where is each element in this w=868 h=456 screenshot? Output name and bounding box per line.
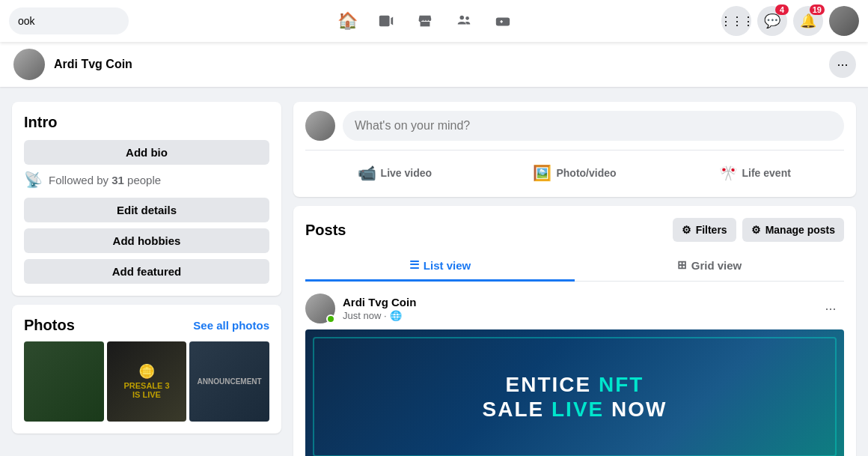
search-input[interactable] <box>9 7 129 34</box>
nft-banner: ENTICE NFT SALE LIVE NOW <box>305 329 844 456</box>
left-sidebar: Intro Add bio 📡 Followed by 31 people Ed… <box>12 102 281 456</box>
photo-video-label: Photo/video <box>556 167 616 179</box>
post-timestamp: Just now · <box>343 310 387 321</box>
post-avatar-wrap <box>305 294 335 323</box>
follow-info: 📡 Followed by 31 people <box>24 171 269 189</box>
posts-header: Posts ⚙ Filters ⚙ Manage posts <box>305 218 844 242</box>
life-event-icon: 🎌 <box>719 164 738 182</box>
groups-nav-button[interactable] <box>446 3 482 39</box>
list-view-tab[interactable]: ☰ List view <box>305 251 575 282</box>
grid-view-icon: ⊞ <box>677 258 687 272</box>
svg-point-6 <box>504 22 505 24</box>
grid-view-tab[interactable]: ⊞ Grid view <box>575 251 844 282</box>
profile-bar-avatar <box>12 47 46 82</box>
photos-title: Photos <box>24 317 75 334</box>
messenger-button[interactable]: 💬 4 <box>757 6 787 36</box>
profile-more-button[interactable]: ··· <box>829 51 856 78</box>
nft-line2-text: SALE LIVE NOW <box>483 398 667 422</box>
profile-bar: Ardi Tvg Coin ··· <box>0 42 868 87</box>
add-bio-button[interactable]: Add bio <box>24 140 269 165</box>
live-video-icon: 📹 <box>358 164 376 182</box>
posts-title: Posts <box>305 222 346 239</box>
life-event-label: Life event <box>742 167 791 179</box>
photos-card: Photos See all photos 🪙 PRESALE 3IS LIVE… <box>12 305 281 434</box>
online-indicator <box>326 314 335 323</box>
composer-input[interactable] <box>343 111 844 141</box>
add-featured-button[interactable]: Add featured <box>24 259 269 284</box>
gaming-nav-button[interactable] <box>485 3 521 39</box>
svg-point-3 <box>465 16 469 20</box>
list-view-label: List view <box>424 259 471 272</box>
composer-actions: 📹 Live video 🖼️ Photo/video 🎌 Life event <box>305 150 844 188</box>
post-meta: Just now · 🌐 <box>343 310 416 321</box>
feed-area: 📹 Live video 🖼️ Photo/video 🎌 Life event… <box>293 102 856 456</box>
messenger-badge: 4 <box>775 4 789 15</box>
composer-avatar <box>305 111 335 141</box>
main-content: Intro Add bio 📡 Followed by 31 people Ed… <box>0 87 868 456</box>
nft-live-highlight: LIVE <box>551 398 604 421</box>
nav-right-icons: ⋮⋮⋮ 💬 4 🔔 19 <box>721 6 859 36</box>
profile-avatar-nav[interactable] <box>829 6 859 36</box>
view-tabs: ☰ List view ⊞ Grid view <box>305 251 844 282</box>
svg-point-5 <box>505 21 507 22</box>
marketplace-nav-button[interactable] <box>407 3 443 39</box>
post-composer: 📹 Live video 🖼️ Photo/video 🎌 Life event <box>293 102 856 197</box>
profile-avatar-image <box>829 6 859 36</box>
nft-line1-text: ENTICE NFT <box>506 372 644 398</box>
svg-point-2 <box>460 16 465 20</box>
post-globe-icon: 🌐 <box>390 310 402 321</box>
post-author-info: Ardi Tvg Coin Just now · 🌐 <box>343 296 416 321</box>
filters-button[interactable]: ⚙ Filters <box>673 218 736 242</box>
top-navigation: 🏠 ⋮⋮⋮ 💬 4 🔔 19 <box>0 0 868 42</box>
manage-posts-icon: ⚙ <box>751 224 761 236</box>
edit-details-button[interactable]: Edit details <box>24 198 269 222</box>
manage-posts-button[interactable]: ⚙ Manage posts <box>742 218 844 242</box>
profile-bar-name: Ardi Tvg Coin <box>54 58 829 71</box>
follow-icon: 📡 <box>24 171 43 189</box>
grid-menu-button[interactable]: ⋮⋮⋮ <box>721 6 751 36</box>
nft-highlight: NFT <box>599 373 644 396</box>
notifications-badge: 19 <box>810 4 825 15</box>
post-item: Ardi Tvg Coin Just now · 🌐 ··· ENTICE NF… <box>305 294 844 456</box>
posts-section: Posts ⚙ Filters ⚙ Manage posts ☰ List v <box>293 206 856 456</box>
post-header: Ardi Tvg Coin Just now · 🌐 ··· <box>305 294 844 323</box>
follow-text: Followed by 31 people <box>49 174 161 186</box>
photo-video-icon: 🖼️ <box>533 164 551 182</box>
post-more-button[interactable]: ··· <box>817 295 844 322</box>
svg-rect-0 <box>379 16 390 27</box>
photo-thumb-3[interactable]: ANNOUNCEMENT <box>189 341 269 422</box>
photo-thumb-1[interactable] <box>24 341 104 422</box>
photo-thumb-2[interactable]: 🪙 PRESALE 3IS LIVE <box>107 341 187 422</box>
notifications-button[interactable]: 🔔 19 <box>793 6 823 36</box>
photos-grid: 🪙 PRESALE 3IS LIVE ANNOUNCEMENT <box>24 341 269 422</box>
intro-title: Intro <box>24 114 269 131</box>
posts-actions: ⚙ Filters ⚙ Manage posts <box>673 218 844 242</box>
grid-view-label: Grid view <box>691 259 742 272</box>
live-video-button[interactable]: 📹 Live video <box>305 158 484 188</box>
see-all-photos-button[interactable]: See all photos <box>193 319 269 332</box>
photo-video-button[interactable]: 🖼️ Photo/video <box>486 158 664 188</box>
photos-header: Photos See all photos <box>24 317 269 334</box>
home-nav-button[interactable]: 🏠 <box>329 3 365 39</box>
video-nav-button[interactable] <box>368 3 404 39</box>
post-author: Ardi Tvg Coin Just now · 🌐 <box>305 294 416 323</box>
manage-posts-label: Manage posts <box>765 224 835 236</box>
add-hobbies-button[interactable]: Add hobbies <box>24 228 269 253</box>
composer-top <box>305 111 844 141</box>
life-event-button[interactable]: 🎌 Life event <box>665 158 844 188</box>
svg-marker-1 <box>391 17 393 25</box>
list-view-icon: ☰ <box>409 258 419 272</box>
live-video-label: Live video <box>381 167 432 179</box>
intro-card: Intro Add bio 📡 Followed by 31 people Ed… <box>12 102 281 296</box>
filters-label: Filters <box>696 224 727 236</box>
post-author-name[interactable]: Ardi Tvg Coin <box>343 296 416 308</box>
nav-center-icons: 🏠 <box>129 3 721 39</box>
filters-icon: ⚙ <box>682 224 691 236</box>
